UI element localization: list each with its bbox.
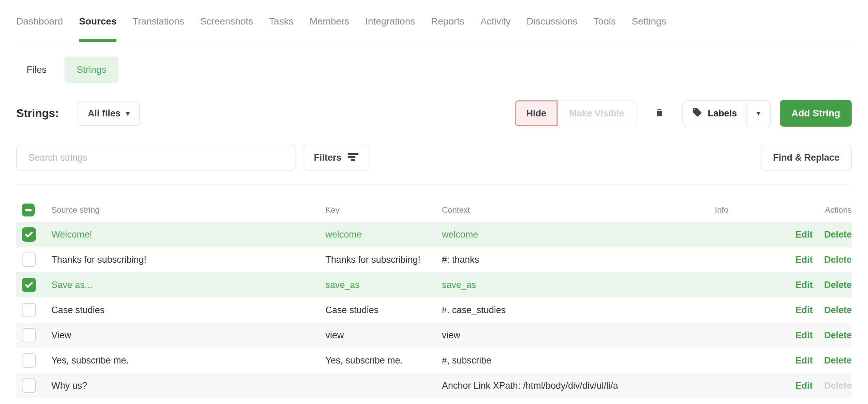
add-string-button[interactable]: Add String	[780, 100, 852, 127]
cell-key: Yes, subscribe me.	[325, 355, 442, 366]
nav-translations[interactable]: Translations	[132, 16, 184, 44]
trash-icon	[655, 107, 664, 120]
find-replace-button[interactable]: Find & Replace	[761, 145, 852, 171]
cell-context: #. case_studies	[442, 305, 693, 316]
labels-button[interactable]: Labels	[683, 101, 746, 126]
cell-actions: Edit Delete	[751, 381, 852, 391]
tag-icon	[692, 107, 702, 120]
delete-link[interactable]: Delete	[824, 330, 852, 340]
hide-button-label: Hide	[526, 108, 546, 119]
delete-link[interactable]: Delete	[824, 305, 852, 315]
delete-link[interactable]: Delete	[824, 381, 852, 391]
check-icon	[25, 280, 33, 289]
cell-actions: Edit Delete	[751, 355, 852, 366]
nav-reports[interactable]: Reports	[431, 16, 464, 44]
cell-actions: Edit Delete	[751, 280, 852, 290]
delete-link[interactable]: Delete	[824, 255, 852, 265]
edit-link[interactable]: Edit	[795, 381, 813, 391]
header-context: Context	[442, 205, 693, 215]
table-row[interactable]: Thanks for subscribing! Thanks for subsc…	[16, 247, 852, 272]
file-filter-label: All files	[88, 108, 120, 119]
row-checkbox[interactable]	[22, 378, 36, 393]
nav-sources[interactable]: Sources	[79, 16, 117, 44]
search-input[interactable]	[16, 145, 295, 171]
check-icon	[25, 230, 33, 239]
nav-tools[interactable]: Tools	[593, 16, 615, 44]
edit-link[interactable]: Edit	[795, 355, 813, 366]
edit-link[interactable]: Edit	[795, 280, 813, 290]
delete-link[interactable]: Delete	[824, 355, 852, 366]
nav-screenshots[interactable]: Screenshots	[200, 16, 253, 44]
nav-dashboard[interactable]: Dashboard	[16, 16, 63, 44]
cell-source: View	[51, 330, 325, 341]
row-checkbox[interactable]	[22, 278, 36, 292]
make-visible-button[interactable]: Make Visible	[557, 100, 637, 126]
edit-link[interactable]: Edit	[795, 305, 813, 315]
nav-tasks[interactable]: Tasks	[269, 16, 294, 44]
cell-source: Welcome!	[51, 229, 325, 240]
cell-actions: Edit Delete	[751, 255, 852, 265]
cell-key: welcome	[325, 229, 442, 240]
row-checkbox[interactable]	[22, 227, 36, 242]
table-row[interactable]: Save as... save_as save_as Edit Delete	[16, 272, 852, 297]
chevron-down-icon: ▾	[756, 110, 760, 117]
page: Dashboard Sources Translations Screensho…	[0, 0, 868, 398]
cell-context: Anchor Link XPath: /html/body/div/div/ul…	[442, 381, 693, 391]
nav-activity[interactable]: Activity	[480, 16, 511, 44]
toolbar-right-group: Hide Make Visible Labels ▾	[515, 100, 852, 127]
nav-discussions[interactable]: Discussions	[527, 16, 577, 44]
table-row[interactable]: Case studies Case studies #. case_studie…	[16, 297, 852, 323]
cell-actions: Edit Delete	[751, 229, 852, 240]
tab-strings[interactable]: Strings	[64, 56, 118, 83]
cell-context: welcome	[442, 229, 693, 240]
cell-key: save_as	[325, 280, 442, 290]
nav-integrations[interactable]: Integrations	[365, 16, 415, 44]
cell-source: Save as...	[51, 280, 325, 290]
strings-toolbar: Strings: All files ▾ Hide Make Visible	[16, 100, 852, 127]
project-nav: Dashboard Sources Translations Screensho…	[16, 0, 852, 44]
header-source-string: Source string	[51, 205, 325, 215]
cell-key: Case studies	[325, 305, 442, 316]
row-checkbox[interactable]	[22, 253, 36, 267]
table-row[interactable]: Welcome! welcome welcome Edit Delete	[16, 222, 852, 247]
delete-link[interactable]: Delete	[824, 280, 852, 290]
table-row[interactable]: Why us? Anchor Link XPath: /html/body/di…	[16, 373, 852, 398]
cell-source: Case studies	[51, 305, 325, 316]
header-key: Key	[325, 205, 442, 215]
hide-button[interactable]: Hide	[515, 100, 558, 126]
edit-link[interactable]: Edit	[795, 330, 813, 340]
edit-link[interactable]: Edit	[795, 229, 813, 240]
cell-key: view	[325, 330, 442, 341]
chevron-down-icon: ▾	[126, 110, 130, 117]
file-filter-dropdown[interactable]: All files ▾	[78, 101, 140, 126]
row-checkbox[interactable]	[22, 303, 36, 317]
nav-settings[interactable]: Settings	[632, 16, 666, 44]
cell-source: Why us?	[51, 381, 325, 391]
row-checkbox[interactable]	[22, 353, 36, 368]
edit-link[interactable]: Edit	[795, 255, 813, 265]
labels-button-label: Labels	[708, 108, 737, 119]
header-info: Info	[693, 205, 751, 215]
tab-files[interactable]: Files	[27, 64, 47, 75]
cell-context: view	[442, 330, 693, 341]
filter-lines-icon	[348, 152, 359, 164]
strings-table: Source string Key Context Info Actions W…	[16, 198, 852, 398]
header-actions: Actions	[751, 205, 852, 215]
row-checkbox[interactable]	[22, 328, 36, 342]
filters-button-label: Filters	[314, 152, 341, 163]
cell-source: Thanks for subscribing!	[51, 255, 325, 265]
delete-strings-button[interactable]	[655, 107, 664, 120]
find-replace-button-label: Find & Replace	[773, 152, 839, 163]
select-all-checkbox[interactable]	[22, 204, 35, 216]
section-divider	[16, 184, 852, 184]
cell-actions: Edit Delete	[751, 305, 852, 316]
table-row[interactable]: Yes, subscribe me. Yes, subscribe me. #,…	[16, 348, 852, 373]
filters-button[interactable]: Filters	[304, 145, 369, 171]
table-row[interactable]: View view view Edit Delete	[16, 323, 852, 348]
page-title: Strings:	[16, 107, 59, 120]
labels-dropdown-toggle[interactable]: ▾	[746, 101, 770, 126]
nav-members[interactable]: Members	[309, 16, 349, 44]
add-string-button-label: Add String	[791, 108, 840, 119]
delete-link[interactable]: Delete	[824, 229, 852, 240]
cell-context: #, subscribe	[442, 355, 693, 366]
